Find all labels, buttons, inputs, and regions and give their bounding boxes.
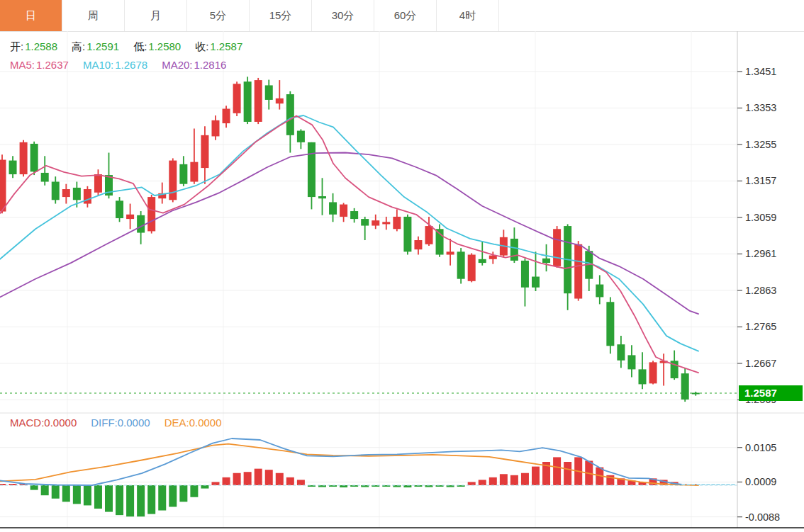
macd-bar (276, 473, 284, 485)
macd-bar (84, 485, 91, 505)
candle-body (532, 277, 540, 288)
macd-bar (265, 470, 273, 485)
candle-body (681, 373, 689, 400)
candle-body (147, 197, 155, 231)
candle-body (340, 205, 347, 217)
price-gridlines (0, 72, 737, 400)
candle-body (479, 259, 486, 263)
macd-bar (30, 485, 38, 490)
candle-body (116, 200, 123, 218)
macd-bar (52, 485, 60, 499)
candle-body (94, 174, 102, 193)
macd-bar (105, 485, 113, 512)
candle-body (255, 80, 262, 122)
macd-bar (169, 485, 177, 506)
candle-body (542, 259, 550, 263)
macd-bar (553, 457, 561, 485)
macd-bar (147, 485, 155, 514)
candle-body (233, 84, 241, 113)
macd-histogram (0, 457, 700, 516)
tab-week[interactable]: 周 (62, 0, 125, 31)
candle-body (457, 251, 465, 278)
candlestick-chart[interactable]: 1.34511.33531.32551.31571.30591.29611.28… (0, 31, 804, 532)
candle-body (521, 261, 529, 288)
candle-body (468, 255, 476, 281)
macd-bar (286, 477, 294, 485)
candle-body (393, 217, 401, 229)
price-axis-tick-label: 1.3353 (745, 102, 776, 113)
candle-body (265, 85, 273, 99)
macd-bar (244, 472, 252, 485)
price-axis-tick-label: 1.2961 (745, 248, 776, 259)
candle-body (30, 144, 38, 171)
tab-month[interactable]: 月 (125, 0, 187, 31)
macd-bar (255, 469, 262, 485)
tab-4hour[interactable]: 4时 (437, 0, 499, 31)
macd-bar (190, 485, 198, 497)
price-axis-tick-label: 1.2667 (745, 358, 776, 369)
candle-body (318, 196, 326, 198)
macd-bar (116, 485, 123, 515)
candle-body (553, 229, 561, 266)
vertical-gridlines (67, 31, 691, 528)
current-price-badge-label: 1.2587 (744, 387, 777, 399)
candle-body (62, 189, 70, 197)
price-axis-tick-label: 1.3059 (745, 212, 776, 223)
candle-body (52, 182, 60, 200)
macd-bar (73, 485, 81, 504)
macd-bar (201, 485, 208, 489)
macd-bar (137, 485, 145, 516)
candle-body (617, 344, 625, 361)
candle-body (212, 120, 220, 137)
macd-bar (223, 477, 230, 485)
candle-body (9, 161, 17, 174)
ma5-line (0, 116, 698, 373)
macd-axis-labels: 0.01050.0009-0.0088 (737, 442, 780, 523)
candle-body (403, 217, 411, 251)
current-price-badge: 1.2587 (739, 385, 803, 401)
macd-bar (158, 485, 166, 511)
macd-axis-tick-label: -0.0088 (745, 511, 780, 523)
candle-body (414, 240, 422, 249)
candle-body (510, 239, 518, 261)
candle-body (73, 188, 81, 200)
macd-bar (489, 477, 497, 485)
candles (0, 77, 700, 402)
candle-body (350, 211, 358, 219)
candle-body (286, 94, 294, 135)
candle-body (425, 226, 433, 244)
candle-body (627, 355, 635, 369)
tab-30min[interactable]: 30分 (312, 0, 374, 31)
candle-body (297, 131, 305, 142)
price-axis-tick-label: 1.3157 (745, 175, 776, 186)
candle-body (649, 362, 657, 383)
price-axis-tick-label: 1.2863 (745, 285, 776, 296)
candle-body (41, 173, 49, 182)
macd-bar (126, 485, 134, 516)
tab-5min[interactable]: 5分 (187, 0, 250, 31)
candle-body (329, 202, 337, 214)
candle-body (692, 392, 700, 394)
candle-body (447, 251, 454, 254)
macd-bar (62, 485, 70, 502)
tab-15min[interactable]: 15分 (250, 0, 312, 31)
macd-bar (510, 475, 518, 485)
macd-bar (179, 485, 187, 502)
tab-day[interactable]: 日 (0, 0, 62, 31)
tab-60min[interactable]: 60分 (374, 0, 437, 31)
macd-bar (468, 482, 476, 485)
macd-bar (212, 482, 220, 485)
candle-body (201, 135, 208, 168)
price-axis-tick-label: 1.3255 (745, 139, 776, 150)
macd-bar (564, 462, 571, 485)
candle-body (574, 244, 582, 299)
macd-bar (479, 480, 486, 485)
candle-body (84, 189, 91, 203)
macd-axis-tick-label: 0.0009 (745, 476, 776, 487)
macd-axis-tick-label: 0.0105 (745, 442, 776, 453)
candle-body (126, 215, 134, 219)
ma10-line (0, 115, 698, 351)
candle-body (190, 162, 198, 182)
candle-body (606, 302, 614, 346)
macd-bar (94, 485, 102, 509)
